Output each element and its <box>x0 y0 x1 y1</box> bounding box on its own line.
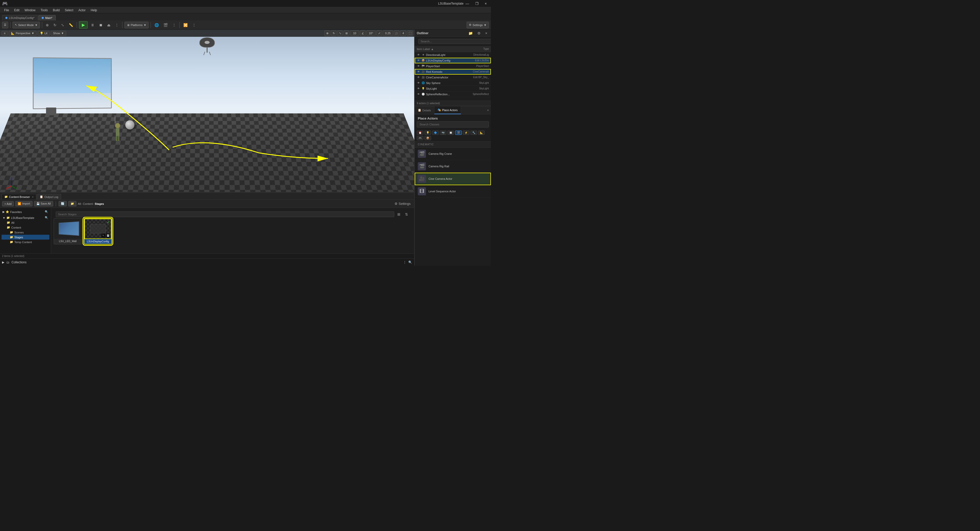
scale-mode-btn[interactable]: ⤡ <box>337 30 343 36</box>
maximize-button[interactable]: ❐ <box>473 1 480 6</box>
place-actor-item[interactable]: 🎬 Camera Rig Crane <box>415 147 491 160</box>
place-actor-item[interactable]: 🎞 Level Sequence Actor <box>415 185 491 198</box>
sidebar-content[interactable]: 📁 Content <box>2 225 49 230</box>
cb-search-input[interactable] <box>56 211 394 217</box>
menu-select[interactable]: Select <box>63 8 75 13</box>
source-control-btn[interactable]: 🔀 <box>182 22 189 28</box>
camera-speed-btn[interactable]: 🎥 <box>394 30 399 36</box>
lsu-search-btn[interactable]: 🔍 <box>45 216 48 219</box>
menu-actor[interactable]: Actor <box>76 8 88 13</box>
filter-gameplay-btn[interactable]: 🎮 <box>417 136 423 140</box>
filter-arch-btn[interactable]: 📐 <box>478 130 485 135</box>
platforms-button[interactable]: 🖥 Platforms ▼ <box>124 22 148 29</box>
toolbar-more-2[interactable]: ⋮ <box>191 22 197 28</box>
snapping-btn[interactable]: 📏 <box>67 22 75 28</box>
close-button[interactable]: × <box>483 1 489 6</box>
cb-tab-content-browser[interactable]: 📁 Content Browser × <box>2 194 36 200</box>
cb-settings-button[interactable]: ⚙ Settings <box>393 201 412 206</box>
menu-file[interactable]: File <box>2 8 11 13</box>
menu-edit[interactable]: Edit <box>12 8 21 13</box>
outliner-row[interactable]: 👁 🏁 PlayerStart PlayerStart <box>415 63 491 69</box>
sidebar-scenes[interactable]: 📁 Scenes <box>2 230 49 235</box>
scale-btn[interactable]: ⤡ <box>60 22 66 28</box>
cb-tab-output-log[interactable]: 📋 Output Log <box>37 194 61 200</box>
outliner-settings-btn[interactable]: ⚙ <box>476 30 482 36</box>
collections-search-btn[interactable]: 🔍 <box>408 260 412 264</box>
outliner-row[interactable]: 👁 🎥 Red Komodo CineCameraA <box>415 69 491 74</box>
sidebar-temp[interactable]: 📁 Temp Content <box>2 239 49 244</box>
panel-close-btn[interactable]: × <box>485 108 491 113</box>
filter-cinematic-btn[interactable]: 🎬 <box>455 130 462 135</box>
menu-tools[interactable]: Tools <box>38 8 50 13</box>
more-play-options[interactable]: ⋮ <box>113 22 120 28</box>
scale-val-btn[interactable]: 0.25 <box>383 30 393 36</box>
menu-window[interactable]: Window <box>22 8 38 13</box>
outliner-row[interactable]: 👁 💡 SkyLight SkyLight <box>415 86 491 92</box>
content-drawer-button[interactable]: ☰ <box>2 22 8 29</box>
place-actor-item[interactable]: 🎬 Camera Rig Rail <box>415 160 491 173</box>
add-button[interactable]: + Add <box>2 201 14 206</box>
sidebar-all[interactable]: 📁 All <box>2 220 49 225</box>
play-button[interactable]: ▶ <box>79 21 88 29</box>
sidebar-stages[interactable]: 📁 Stages <box>2 235 49 239</box>
outliner-row[interactable]: 👁 🎥 CineCameraActor Edit BP_Sky_ <box>415 74 491 80</box>
place-actors-search-input[interactable] <box>417 121 489 127</box>
tab-main[interactable]: Main* <box>38 15 56 21</box>
asset-save-btn[interactable]: 💾 <box>106 233 110 238</box>
outliner-row[interactable]: 👁 ⚪ SphereReflection... SphereReflect <box>415 92 491 97</box>
outliner-create-folder-btn[interactable]: 📁 <box>467 30 474 36</box>
details-tab[interactable]: 📋 Details <box>415 106 434 114</box>
breadcrumb-content[interactable]: Content <box>83 202 93 205</box>
toolbar-more-1[interactable]: ⋮ <box>171 22 177 28</box>
filter-light-btn[interactable]: 💡 <box>425 130 431 135</box>
maximize-viewport-btn[interactable]: ⛶ <box>407 30 413 36</box>
breadcrumb-stages[interactable]: Stages <box>95 202 104 205</box>
world-settings-btn[interactable]: 🌐 <box>153 22 160 28</box>
favorites-header[interactable]: ▶ ⭐ Favorites 🔍 <box>2 209 49 214</box>
asset-lsu-led-wall[interactable]: LSU_LED_Wall <box>54 218 82 244</box>
transform-btn[interactable]: ⊕ <box>44 22 50 28</box>
eject-button[interactable]: ⏏ <box>106 22 112 28</box>
cb-tab-close[interactable]: × <box>32 195 33 198</box>
select-mode-button[interactable]: ↖ Select Mode ▼ <box>13 22 40 29</box>
snap-grid-btn[interactable]: ⊞ <box>344 30 349 36</box>
menu-help[interactable]: Help <box>89 8 99 13</box>
minimize-button[interactable]: — <box>463 1 471 6</box>
settings-button[interactable]: ⚙ Settings ▼ <box>467 22 489 29</box>
favorites-search-btn[interactable]: 🔍 <box>45 210 48 214</box>
outliner-close-btn[interactable]: × <box>484 30 489 36</box>
lit-button[interactable]: 💡 Lit <box>38 31 50 36</box>
place-actor-item[interactable]: 🎥 Cine Camera Actor <box>415 173 491 185</box>
lsu-header[interactable]: ▼ 📁 LSUBaseTemplate 🔍 <box>2 215 49 220</box>
place-actors-tab[interactable]: 🎭 Place Actors <box>434 106 461 114</box>
filter-custom-btn[interactable]: 📦 <box>425 136 431 140</box>
menu-build[interactable]: Build <box>51 8 62 13</box>
filter-geo-btn[interactable]: 🔲 <box>447 130 454 135</box>
folder-btn[interactable]: 📁 <box>68 201 76 206</box>
filter-recent-btn[interactable]: ⏰ <box>417 130 423 135</box>
viewport[interactable]: ≡ 📐 Perspective ▼ 💡 Lit Show ▼ ⊕ ↻ <box>0 30 414 192</box>
outliner-search-input[interactable] <box>418 39 491 44</box>
save-all-button[interactable]: 💾 Save All <box>34 201 53 206</box>
filter-util-btn[interactable]: 🔧 <box>471 130 477 135</box>
translate-mode-btn[interactable]: ⊕ <box>325 30 330 36</box>
angle-val-btn[interactable]: 10° <box>366 30 375 36</box>
cam-speed-val[interactable]: 4 <box>400 30 406 36</box>
show-button[interactable]: Show ▼ <box>51 31 66 35</box>
filter-camera-btn[interactable]: 📷 <box>440 130 446 135</box>
viewport-options-button[interactable]: ≡ <box>2 31 8 35</box>
outliner-row[interactable]: 👁 📦 LSUnDisplayConfig Edit LSUDis <box>415 58 491 63</box>
tab-lsu-display-config[interactable]: LSUnDisplayConfig* <box>2 15 38 21</box>
rotate-btn[interactable]: ↻ <box>52 22 58 28</box>
filter-vfx-btn[interactable]: ⚡ <box>463 130 469 135</box>
angle-snap-btn[interactable]: ∠ <box>360 30 366 36</box>
filter-shape-btn[interactable]: 🔷 <box>432 130 439 135</box>
snap-val-btn[interactable]: 10 <box>350 30 359 36</box>
import-button[interactable]: 🔼 Import <box>15 201 32 206</box>
outliner-row[interactable]: 👁 ☀ DirectionalLight DirectionalLig <box>415 52 491 58</box>
cinematics-btn[interactable]: 🎬 <box>162 22 169 28</box>
cb-sort-btn[interactable]: ⇅ <box>404 211 410 217</box>
asset-lsu-display-config[interactable]: ✓ + 💾 LSUnDisplayConfig <box>84 218 112 244</box>
perspective-button[interactable]: 📐 Perspective ▼ <box>9 31 36 36</box>
stop-button[interactable]: ⏹ <box>97 22 104 28</box>
